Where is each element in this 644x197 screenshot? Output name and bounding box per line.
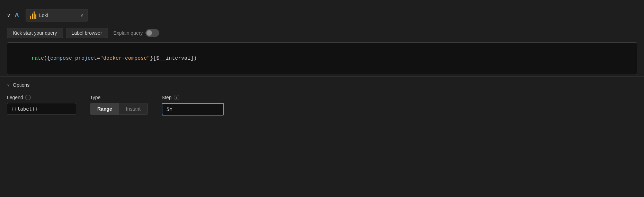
options-title: Options [13,82,29,88]
query-editor[interactable]: rate({compose_project="docker-compose"}[… [7,42,637,75]
legend-info-icon[interactable]: i [25,95,31,100]
collapse-button[interactable]: ∨ [7,12,10,18]
datasource-selector[interactable]: Loki ∨ [26,9,88,22]
label-browser-button[interactable]: Label browser [66,28,108,38]
query-editor-container: ∨ A Loki ∨ Kick start your query Label b… [0,0,644,197]
toggle-knob [146,30,152,36]
datasource-chevron-icon: ∨ [80,13,83,18]
type-toggle: Range Instant [90,103,148,115]
query-func: rate [32,55,44,61]
options-content: Legend i Type Range Instant Step i [0,91,644,124]
kick-start-button[interactable]: Kick start your query [7,28,63,38]
buttons-row: Kick start your query Label browser Expl… [0,25,644,41]
legend-input[interactable] [7,103,76,115]
explain-query-label: Explain query [114,30,143,36]
query-text: rate({compose_project="docker-compose"}[… [13,55,197,69]
step-input[interactable] [162,103,224,115]
step-label: Step i [162,95,224,100]
query-value: "docker-compose" [100,55,150,61]
explain-query-toggle[interactable] [145,29,159,37]
options-chevron-icon: ∨ [7,83,10,87]
explain-query-container: Explain query [114,29,160,37]
query-key: compose_project [50,55,97,61]
range-button[interactable]: Range [90,103,119,114]
type-label: Type [90,95,148,100]
legend-label: Legend i [7,95,76,100]
datasource-row: ∨ A Loki ∨ [0,6,644,25]
type-group: Type Range Instant [90,95,148,115]
step-group: Step i [162,95,224,115]
instant-button[interactable]: Instant [119,103,147,114]
query-letter: A [15,12,21,19]
options-header[interactable]: ∨ Options [0,77,644,91]
query-interval: [$__interval] [153,55,194,61]
legend-group: Legend i [7,95,76,115]
loki-icon [30,11,36,19]
datasource-name: Loki [39,12,78,18]
step-info-icon[interactable]: i [174,95,179,100]
